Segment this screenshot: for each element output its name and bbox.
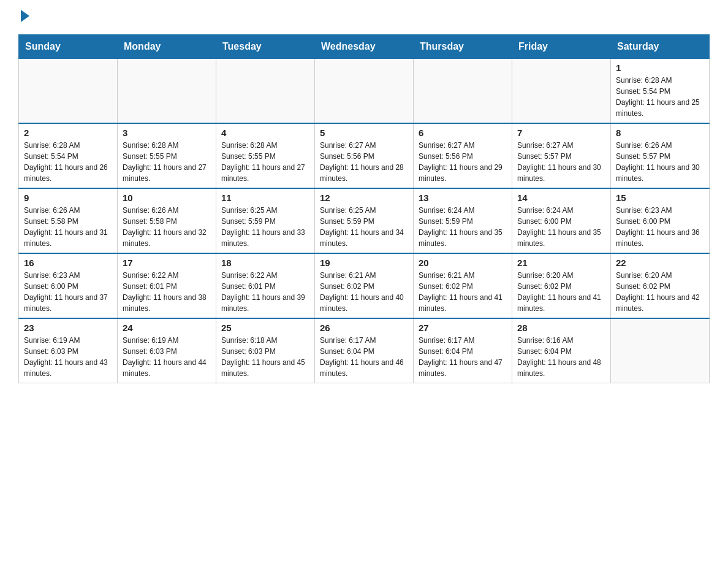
logo: [18, 12, 29, 22]
day-number: 6: [419, 128, 507, 138]
calendar-day-cell: 6Sunrise: 6:27 AMSunset: 5:56 PMDaylight…: [414, 123, 512, 188]
calendar-day-cell: 2Sunrise: 6:28 AMSunset: 5:54 PMDaylight…: [19, 123, 118, 188]
weekday-header-wednesday: Wednesday: [315, 35, 414, 59]
day-number: 10: [123, 193, 211, 203]
calendar-day-cell: 28Sunrise: 6:16 AMSunset: 6:04 PMDayligh…: [512, 318, 611, 383]
calendar-week-row: 2Sunrise: 6:28 AMSunset: 5:54 PMDaylight…: [19, 123, 710, 188]
day-number: 21: [517, 258, 605, 268]
day-number: 28: [517, 323, 605, 333]
calendar-week-row: 16Sunrise: 6:23 AMSunset: 6:00 PMDayligh…: [19, 253, 710, 318]
day-number: 17: [123, 258, 211, 268]
weekday-header-tuesday: Tuesday: [216, 35, 315, 59]
calendar-day-cell: 27Sunrise: 6:17 AMSunset: 6:04 PMDayligh…: [414, 318, 512, 383]
day-info: Sunrise: 6:28 AMSunset: 5:54 PMDaylight:…: [616, 75, 704, 119]
weekday-header-sunday: Sunday: [19, 35, 118, 59]
calendar-day-cell: [315, 59, 414, 124]
calendar-week-row: 23Sunrise: 6:19 AMSunset: 6:03 PMDayligh…: [19, 318, 710, 383]
day-number: 8: [616, 128, 704, 138]
calendar-day-cell: 25Sunrise: 6:18 AMSunset: 6:03 PMDayligh…: [216, 318, 315, 383]
day-info: Sunrise: 6:23 AMSunset: 6:00 PMDaylight:…: [616, 205, 704, 249]
calendar-day-cell: 3Sunrise: 6:28 AMSunset: 5:55 PMDaylight…: [118, 123, 216, 188]
day-number: 2: [24, 128, 112, 138]
day-number: 4: [221, 128, 309, 138]
day-info: Sunrise: 6:19 AMSunset: 6:03 PMDaylight:…: [123, 335, 211, 379]
calendar-week-row: 9Sunrise: 6:26 AMSunset: 5:58 PMDaylight…: [19, 188, 710, 253]
day-info: Sunrise: 6:21 AMSunset: 6:02 PMDaylight:…: [320, 270, 408, 314]
day-info: Sunrise: 6:24 AMSunset: 5:59 PMDaylight:…: [419, 205, 507, 249]
calendar-day-cell: 5Sunrise: 6:27 AMSunset: 5:56 PMDaylight…: [315, 123, 414, 188]
day-number: 27: [419, 323, 507, 333]
day-number: 12: [320, 193, 408, 203]
day-info: Sunrise: 6:28 AMSunset: 5:54 PMDaylight:…: [24, 140, 112, 184]
calendar-day-cell: [512, 59, 611, 124]
day-number: 20: [419, 258, 507, 268]
calendar-day-cell: 7Sunrise: 6:27 AMSunset: 5:57 PMDaylight…: [512, 123, 611, 188]
day-info: Sunrise: 6:17 AMSunset: 6:04 PMDaylight:…: [320, 335, 408, 379]
day-info: Sunrise: 6:26 AMSunset: 5:58 PMDaylight:…: [123, 205, 211, 249]
weekday-header-row: SundayMondayTuesdayWednesdayThursdayFrid…: [19, 35, 710, 59]
calendar-day-cell: 12Sunrise: 6:25 AMSunset: 5:59 PMDayligh…: [315, 188, 414, 253]
day-info: Sunrise: 6:26 AMSunset: 5:57 PMDaylight:…: [616, 140, 704, 184]
day-number: 13: [419, 193, 507, 203]
day-number: 24: [123, 323, 211, 333]
weekday-header-thursday: Thursday: [414, 35, 512, 59]
day-info: Sunrise: 6:17 AMSunset: 6:04 PMDaylight:…: [419, 335, 507, 379]
calendar-day-cell: 1Sunrise: 6:28 AMSunset: 5:54 PMDaylight…: [611, 59, 710, 124]
day-info: Sunrise: 6:26 AMSunset: 5:58 PMDaylight:…: [24, 205, 112, 249]
day-number: 15: [616, 193, 704, 203]
day-info: Sunrise: 6:24 AMSunset: 6:00 PMDaylight:…: [517, 205, 605, 249]
calendar-day-cell: 17Sunrise: 6:22 AMSunset: 6:01 PMDayligh…: [118, 253, 216, 318]
calendar-day-cell: [414, 59, 512, 124]
calendar-day-cell: [118, 59, 216, 124]
day-info: Sunrise: 6:20 AMSunset: 6:02 PMDaylight:…: [616, 270, 704, 314]
day-info: Sunrise: 6:27 AMSunset: 5:56 PMDaylight:…: [419, 140, 507, 184]
calendar-day-cell: 14Sunrise: 6:24 AMSunset: 6:00 PMDayligh…: [512, 188, 611, 253]
day-info: Sunrise: 6:22 AMSunset: 6:01 PMDaylight:…: [221, 270, 309, 314]
calendar-day-cell: [611, 318, 710, 383]
calendar-day-cell: [19, 59, 118, 124]
day-number: 1: [616, 63, 704, 73]
day-info: Sunrise: 6:21 AMSunset: 6:02 PMDaylight:…: [419, 270, 507, 314]
day-number: 23: [24, 323, 112, 333]
day-info: Sunrise: 6:22 AMSunset: 6:01 PMDaylight:…: [123, 270, 211, 314]
calendar-day-cell: [216, 59, 315, 124]
day-info: Sunrise: 6:18 AMSunset: 6:03 PMDaylight:…: [221, 335, 309, 379]
calendar-day-cell: 20Sunrise: 6:21 AMSunset: 6:02 PMDayligh…: [414, 253, 512, 318]
day-info: Sunrise: 6:27 AMSunset: 5:56 PMDaylight:…: [320, 140, 408, 184]
day-info: Sunrise: 6:20 AMSunset: 6:02 PMDaylight:…: [517, 270, 605, 314]
day-number: 9: [24, 193, 112, 203]
day-info: Sunrise: 6:23 AMSunset: 6:00 PMDaylight:…: [24, 270, 112, 314]
day-info: Sunrise: 6:16 AMSunset: 6:04 PMDaylight:…: [517, 335, 605, 379]
day-number: 5: [320, 128, 408, 138]
day-number: 16: [24, 258, 112, 268]
page-header: [18, 12, 710, 22]
day-number: 11: [221, 193, 309, 203]
day-number: 26: [320, 323, 408, 333]
day-info: Sunrise: 6:28 AMSunset: 5:55 PMDaylight:…: [221, 140, 309, 184]
day-info: Sunrise: 6:28 AMSunset: 5:55 PMDaylight:…: [123, 140, 211, 184]
calendar-day-cell: 18Sunrise: 6:22 AMSunset: 6:01 PMDayligh…: [216, 253, 315, 318]
calendar-day-cell: 4Sunrise: 6:28 AMSunset: 5:55 PMDaylight…: [216, 123, 315, 188]
calendar-day-cell: 24Sunrise: 6:19 AMSunset: 6:03 PMDayligh…: [118, 318, 216, 383]
weekday-header-friday: Friday: [512, 35, 611, 59]
day-info: Sunrise: 6:25 AMSunset: 5:59 PMDaylight:…: [320, 205, 408, 249]
day-info: Sunrise: 6:19 AMSunset: 6:03 PMDaylight:…: [24, 335, 112, 379]
day-number: 22: [616, 258, 704, 268]
calendar-day-cell: 11Sunrise: 6:25 AMSunset: 5:59 PMDayligh…: [216, 188, 315, 253]
calendar-day-cell: 22Sunrise: 6:20 AMSunset: 6:02 PMDayligh…: [611, 253, 710, 318]
day-info: Sunrise: 6:27 AMSunset: 5:57 PMDaylight:…: [517, 140, 605, 184]
day-info: Sunrise: 6:25 AMSunset: 5:59 PMDaylight:…: [221, 205, 309, 249]
calendar-day-cell: 26Sunrise: 6:17 AMSunset: 6:04 PMDayligh…: [315, 318, 414, 383]
logo-triangle-icon: [21, 10, 29, 22]
calendar-day-cell: 23Sunrise: 6:19 AMSunset: 6:03 PMDayligh…: [19, 318, 118, 383]
weekday-header-saturday: Saturday: [611, 35, 710, 59]
calendar-day-cell: 19Sunrise: 6:21 AMSunset: 6:02 PMDayligh…: [315, 253, 414, 318]
weekday-header-monday: Monday: [118, 35, 216, 59]
calendar-day-cell: 13Sunrise: 6:24 AMSunset: 5:59 PMDayligh…: [414, 188, 512, 253]
calendar-day-cell: 10Sunrise: 6:26 AMSunset: 5:58 PMDayligh…: [118, 188, 216, 253]
calendar-day-cell: 21Sunrise: 6:20 AMSunset: 6:02 PMDayligh…: [512, 253, 611, 318]
calendar-day-cell: 8Sunrise: 6:26 AMSunset: 5:57 PMDaylight…: [611, 123, 710, 188]
calendar-table: SundayMondayTuesdayWednesdayThursdayFrid…: [18, 34, 710, 383]
day-number: 3: [123, 128, 211, 138]
day-number: 7: [517, 128, 605, 138]
